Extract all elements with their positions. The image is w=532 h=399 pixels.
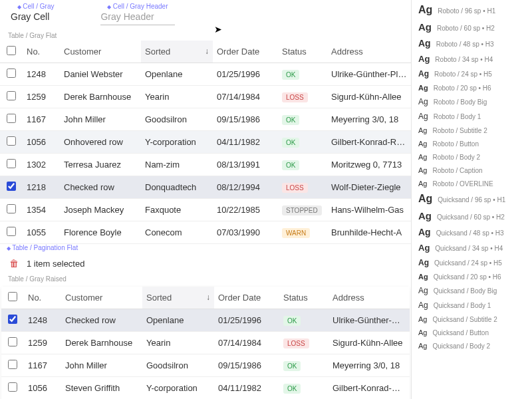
typography-item[interactable]: AgRoboto / 34 sp • H4 <box>412 51 532 66</box>
typography-item[interactable]: AgQuicksand / 48 sp • H3 <box>412 224 532 240</box>
cell-no: 1056 <box>24 377 61 400</box>
header-orderdate[interactable]: Order Date <box>213 41 278 63</box>
cell-status: OK <box>278 131 327 154</box>
typography-item[interactable]: AgRoboto / 48 sp • H3 <box>412 35 532 51</box>
typography-item[interactable]: AgRoboto / 24 sp • H5 <box>412 66 532 81</box>
cell-customer: Florence Boyle <box>60 221 141 244</box>
header-address[interactable]: Address <box>327 41 411 63</box>
cell-date: 04/11/1982 <box>214 377 279 400</box>
typography-item[interactable]: AgRoboto / Caption <box>412 164 532 177</box>
tab-gray-cell[interactable]: Gray Cell <box>11 11 61 25</box>
cell-no: 1218 <box>23 176 60 199</box>
typography-item[interactable]: AgQuicksand / 24 sp • H5 <box>412 255 532 270</box>
typography-item[interactable]: AgRoboto / Body 2 <box>412 150 532 164</box>
tab-gray-header[interactable]: Gray Header <box>100 11 174 25</box>
row-checkbox[interactable] <box>7 159 16 168</box>
header-status[interactable]: Status <box>278 41 327 63</box>
typography-item[interactable]: AgRoboto / Subtitle 2 <box>412 124 532 137</box>
table-row[interactable]: 1259Derek BarnhouseYearin07/14/1984LOSSS… <box>0 86 411 108</box>
status-badge: OK <box>282 138 299 148</box>
header-no[interactable]: No. <box>23 41 60 63</box>
table-row[interactable]: 1167John MillerGoodsilron09/15/1986OKMey… <box>1 354 410 377</box>
header-status[interactable]: Status <box>279 287 329 309</box>
table-row[interactable]: 1248Daniel WebsterOpenlane01/25/1996OKUl… <box>0 63 411 86</box>
typography-item[interactable]: AgRoboto / 20 sp • H6 <box>412 81 532 94</box>
header-customer[interactable]: Customer <box>60 41 141 63</box>
header-orderdate[interactable]: Order Date <box>214 287 279 309</box>
cell-customer: Steven Griffith <box>61 377 142 400</box>
data-table-raised: No. Customer Sorted↓ Order Date Status A… <box>1 287 410 399</box>
row-checkbox[interactable] <box>7 91 16 100</box>
typography-label: Roboto / Caption <box>432 167 482 174</box>
cell-date: 08/12/1994 <box>213 176 278 199</box>
typography-item[interactable]: AgQuicksand / 20 sp • H6 <box>412 270 532 283</box>
cell-address: Sigurd-Kühn-Allee <box>327 86 411 108</box>
cell-sorted: Y-corporation <box>141 131 213 154</box>
row-checkbox[interactable] <box>8 337 17 346</box>
typography-item[interactable]: AgQuicksand / Body 2 <box>412 339 532 352</box>
table-row[interactable]: 1302Terresa JuarezNam-zim08/13/1991OKMor… <box>0 154 411 176</box>
row-checkbox[interactable] <box>7 204 16 213</box>
typography-item[interactable]: AgQuicksand / Subtitle 2 <box>412 313 532 326</box>
table-row[interactable]: 1167John MillerGoodsilron09/15/1986OKMey… <box>0 108 411 131</box>
typography-item[interactable]: AgQuicksand / Button <box>412 326 532 339</box>
header-customer[interactable]: Customer <box>61 287 142 309</box>
header-address[interactable]: Address <box>329 287 410 309</box>
status-badge: LOSS <box>282 183 308 193</box>
typography-sample: Ag <box>418 193 432 205</box>
table-row[interactable]: 1056Onhovered rowY-corporation04/11/1982… <box>0 131 411 154</box>
typography-sample: Ag <box>418 69 429 78</box>
table-row[interactable]: 1354Joseph MackeyFaxquote10/22/1985STOPP… <box>0 199 411 221</box>
header-no[interactable]: No. <box>24 287 61 309</box>
row-checkbox[interactable] <box>7 227 16 236</box>
typography-item[interactable]: AgRoboto / 60 sp • H2 <box>412 19 532 35</box>
header-sorted[interactable]: Sorted↓ <box>141 41 213 63</box>
cell-customer: Terresa Juarez <box>60 154 141 176</box>
typography-label: Roboto / Body 1 <box>434 113 481 120</box>
typography-item[interactable]: AgRoboto / Button <box>412 137 532 150</box>
select-all-checkbox[interactable] <box>8 292 17 301</box>
cell-no: 1056 <box>23 131 60 154</box>
status-badge: OK <box>282 70 299 80</box>
status-badge: OK <box>282 115 299 125</box>
typography-item[interactable]: AgQuicksand / Body Big <box>412 283 532 298</box>
component-tag-pagination: Table / Pagination Flat <box>0 243 411 253</box>
row-checkbox[interactable] <box>8 382 17 392</box>
select-all-checkbox[interactable] <box>7 46 16 55</box>
row-checkbox[interactable] <box>7 182 16 191</box>
header-sorted[interactable]: Sorted↓ <box>142 287 214 309</box>
trash-icon[interactable]: 🗑 <box>9 258 19 269</box>
cell-customer: Checked row <box>60 176 141 199</box>
table-row[interactable]: 1248Checked rowOpenlane01/25/1996OKUlrik… <box>1 309 410 332</box>
typography-item[interactable]: AgQuicksand / 34 sp • H4 <box>412 240 532 255</box>
row-checkbox[interactable] <box>7 136 16 146</box>
row-checkbox[interactable] <box>7 114 16 123</box>
table-row[interactable]: 1259Derek BarnhouseYearin07/14/1984LOSSS… <box>1 332 410 354</box>
typography-item[interactable]: AgRoboto / OVERLINE <box>412 177 532 190</box>
header-checkbox-cell <box>1 287 24 309</box>
typography-item[interactable]: AgQuicksand / Body 1 <box>412 298 532 313</box>
cell-address: Gilbert-Konrad-Ring <box>329 377 410 400</box>
typography-sample: Ag <box>418 286 428 295</box>
table-row[interactable]: 1055Florence BoyleConecom07/03/1990WARNB… <box>0 221 411 244</box>
typography-item[interactable]: AgRoboto / 96 sp • H1 <box>412 1 532 19</box>
data-table-flat: No. Customer Sorted↓ Order Date Status A… <box>0 41 411 244</box>
row-checkbox[interactable] <box>7 68 16 78</box>
table-row[interactable]: 1218Checked rowDonquadtech08/12/1994LOSS… <box>0 176 411 199</box>
typography-sample: Ag <box>418 153 427 161</box>
component-tag-cell-gray: Cell / Gray <box>11 1 61 11</box>
main-panel: Cell / Gray Gray Cell Cell / Gray Header… <box>0 0 411 399</box>
cell-no: 1167 <box>24 354 61 377</box>
typography-label: Roboto / Button <box>432 140 479 148</box>
row-checkbox[interactable] <box>8 315 17 324</box>
typography-item[interactable]: AgQuicksand / 96 sp • H1 <box>412 190 532 207</box>
header-checkbox-cell <box>0 41 23 63</box>
typography-item[interactable]: AgRoboto / Body Big <box>412 94 532 109</box>
typography-item[interactable]: AgQuicksand / 60 sp • H2 <box>412 207 532 224</box>
cell-status: OK <box>279 354 329 377</box>
typography-item[interactable]: AgRoboto / Body 1 <box>412 109 532 124</box>
cell-sorted: Yearin <box>142 332 214 354</box>
table-row[interactable]: 1056Steven GriffithY-corporation04/11/19… <box>1 377 410 400</box>
row-checkbox[interactable] <box>8 360 17 369</box>
status-badge: OK <box>283 361 301 371</box>
